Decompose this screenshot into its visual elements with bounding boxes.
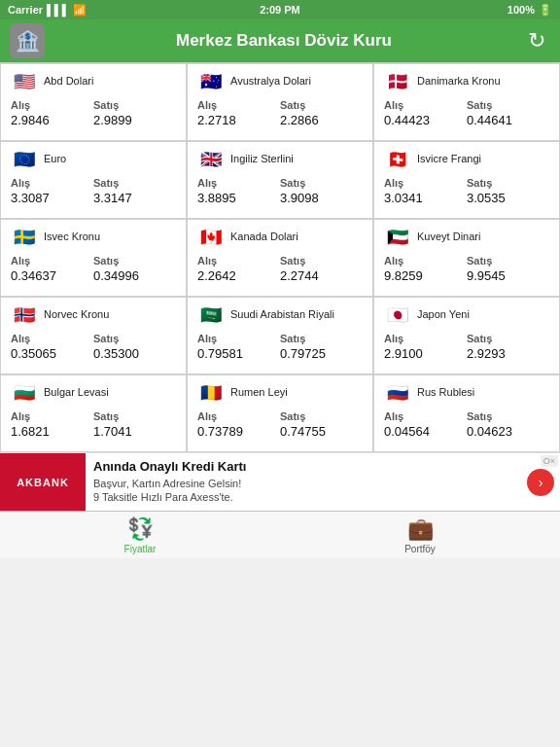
cell-header: 🇷🇺 Rus Rublesi — [384, 383, 549, 403]
alis-label: Alış — [11, 99, 93, 111]
rate-row: Alış 3.8895 Satış 3.9098 — [197, 177, 363, 205]
satis-col: Satış 0.79725 — [280, 333, 363, 361]
cell-header: 🇰🇼 Kuveyt Dinari — [384, 228, 549, 247]
ad-close-button[interactable]: O× — [541, 455, 558, 467]
satis-col: Satış 3.3147 — [93, 177, 176, 205]
currency-cell[interactable]: 🇩🇰 Danimarka Kronu Alış 0.44423 Satış 0.… — [373, 63, 560, 141]
satis-col: Satış 0.04623 — [467, 410, 549, 439]
currency-name: Euro — [44, 153, 66, 165]
rate-row: Alış 0.79581 Satış 0.79725 — [197, 333, 363, 361]
alis-col: Alış 3.3087 — [11, 177, 93, 205]
satis-label: Satış — [280, 177, 363, 189]
rate-row: Alış 3.3087 Satış 3.3147 — [11, 177, 176, 205]
status-left: Carrier ▌▌▌ 📶 — [8, 4, 87, 17]
currency-cell[interactable]: 🇸🇪 Isvec Kronu Alış 0.34637 Satış 0.3499… — [0, 219, 187, 297]
currency-flag: 🇯🇵 — [384, 305, 411, 325]
status-time: 2:09 PM — [260, 4, 300, 16]
carrier-label: Carrier — [8, 4, 43, 16]
currency-cell[interactable]: 🇪🇺 Euro Alış 3.3087 Satış 3.3147 — [0, 141, 187, 219]
currency-flag: 🇷🇺 — [384, 383, 411, 403]
satis-col: Satış 9.9545 — [467, 255, 549, 283]
currency-cell[interactable]: 🇰🇼 Kuveyt Dinari Alış 9.8259 Satış 9.954… — [373, 219, 560, 297]
currency-cell[interactable]: 🇷🇺 Rus Rublesi Alış 0.04564 Satış 0.0462… — [373, 374, 560, 452]
rate-row: Alış 2.2642 Satış 2.2744 — [197, 255, 363, 283]
refresh-button[interactable]: ↻ — [523, 27, 550, 54]
alis-label: Alış — [197, 99, 280, 111]
alis-label: Alış — [384, 255, 467, 267]
currency-grid: 🇺🇸 Abd Dolari Alış 2.9846 Satış 2.9899 🇦… — [0, 62, 560, 452]
cell-header: 🇪🇺 Euro — [11, 150, 176, 169]
satis-label: Satış — [93, 177, 176, 189]
rate-row: Alış 1.6821 Satış 1.7041 — [11, 410, 176, 439]
currency-cell[interactable]: 🇯🇵 Japon Yeni Alış 2.9100 Satış 2.9293 — [373, 297, 560, 374]
cell-header: 🇩🇰 Danimarka Kronu — [384, 72, 549, 91]
currency-flag: 🇦🇺 — [197, 72, 225, 91]
currency-cell[interactable]: 🇨🇭 Isvicre Frangi Alış 3.0341 Satış 3.05… — [373, 141, 560, 219]
currency-cell[interactable]: 🇬🇧 Ingiliz Sterlini Alış 3.8895 Satış 3.… — [187, 141, 373, 219]
alis-col: Alış 0.04564 — [384, 410, 467, 439]
currency-cell[interactable]: 🇨🇦 Kanada Dolari Alış 2.2642 Satış 2.274… — [187, 219, 373, 297]
currency-cell[interactable]: 🇦🇺 Avustralya Dolari Alış 2.2718 Satış 2… — [187, 63, 373, 141]
alis-col: Alış 2.2718 — [197, 99, 280, 127]
app-header: 🏦 Merkez Bankası Döviz Kuru ↻ — [0, 19, 560, 62]
app-title: Merkez Bankası Döviz Kuru — [45, 31, 523, 51]
cell-header: 🇧🇬 Bulgar Levasi — [11, 383, 176, 403]
alis-col: Alış 0.73789 — [197, 410, 280, 439]
alis-label: Alış — [384, 333, 467, 344]
satis-col: Satış 3.9098 — [280, 177, 363, 205]
rate-row: Alış 0.34637 Satış 0.34996 — [11, 255, 176, 283]
alis-label: Alış — [384, 99, 467, 111]
satis-label: Satış — [280, 333, 363, 344]
satis-label: Satış — [280, 255, 363, 267]
alis-value: 2.2718 — [197, 113, 280, 127]
satis-col: Satış 2.9293 — [467, 333, 549, 361]
app-avatar: 🏦 — [10, 23, 45, 58]
satis-value: 0.74755 — [280, 424, 363, 439]
satis-label: Satış — [467, 255, 549, 267]
alis-value: 0.04564 — [384, 424, 467, 439]
akbank-name: AKBANK — [17, 477, 69, 488]
alis-label: Alış — [11, 177, 93, 189]
portfolio-icon: 💼 — [407, 516, 434, 542]
rate-row: Alış 3.0341 Satış 3.0535 — [384, 177, 549, 205]
currency-name: Kanada Dolari — [230, 231, 298, 243]
satis-value: 0.44641 — [467, 113, 549, 127]
alis-col: Alış 0.35065 — [11, 333, 93, 361]
tab-fiyatlar[interactable]: 💱 Fiyatlar — [0, 512, 280, 558]
currency-cell[interactable]: 🇺🇸 Abd Dolari Alış 2.9846 Satış 2.9899 — [0, 63, 187, 141]
ad-arrow-icon: › — [527, 469, 554, 496]
signal-icon: ▌▌▌ — [47, 4, 69, 16]
satis-label: Satış — [467, 333, 549, 344]
cell-header: 🇯🇵 Japon Yeni — [384, 305, 549, 325]
alis-label: Alış — [197, 177, 280, 189]
satis-col: Satış 0.44641 — [467, 99, 549, 127]
currency-name: Rus Rublesi — [417, 386, 474, 399]
satis-value: 2.2866 — [280, 113, 363, 127]
currency-cell[interactable]: 🇳🇴 Norvec Kronu Alış 0.35065 Satış 0.353… — [0, 297, 187, 374]
currency-flag: 🇪🇺 — [11, 150, 38, 169]
cell-header: 🇬🇧 Ingiliz Sterlini — [197, 150, 363, 169]
tab-portfolio[interactable]: 💼 Portföy — [280, 512, 560, 558]
rate-row: Alış 9.8259 Satış 9.9545 — [384, 255, 549, 283]
currency-flag: 🇷🇴 — [197, 383, 225, 403]
satis-value: 2.9293 — [467, 346, 549, 361]
currency-cell[interactable]: 🇧🇬 Bulgar Levasi Alış 1.6821 Satış 1.704… — [0, 374, 187, 452]
currency-cell[interactable]: 🇸🇦 Suudi Arabistan Riyali Alış 0.79581 S… — [187, 297, 373, 374]
currency-name: Norvec Kronu — [44, 308, 109, 321]
alis-value: 1.6821 — [11, 424, 93, 439]
alis-value: 2.2642 — [197, 268, 280, 283]
satis-value: 2.9899 — [93, 113, 176, 127]
currency-name: Danimarka Kronu — [417, 75, 501, 88]
currency-cell[interactable]: 🇷🇴 Rumen Leyi Alış 0.73789 Satış 0.74755 — [187, 374, 373, 452]
alis-col: Alış 3.0341 — [384, 177, 467, 205]
satis-value: 2.2744 — [280, 268, 363, 283]
currency-flag: 🇳🇴 — [11, 305, 38, 325]
wifi-icon: 📶 — [73, 4, 87, 17]
ad-banner[interactable]: AKBANK Anında Onaylı Kredi Kartı Başvur,… — [0, 452, 560, 511]
alis-label: Alış — [384, 177, 467, 189]
satis-col: Satış 2.2866 — [280, 99, 363, 127]
satis-label: Satış — [280, 99, 363, 111]
currency-name: Isvec Kronu — [44, 231, 100, 243]
cell-header: 🇸🇪 Isvec Kronu — [11, 228, 176, 247]
rate-row: Alış 0.44423 Satış 0.44641 — [384, 99, 549, 127]
